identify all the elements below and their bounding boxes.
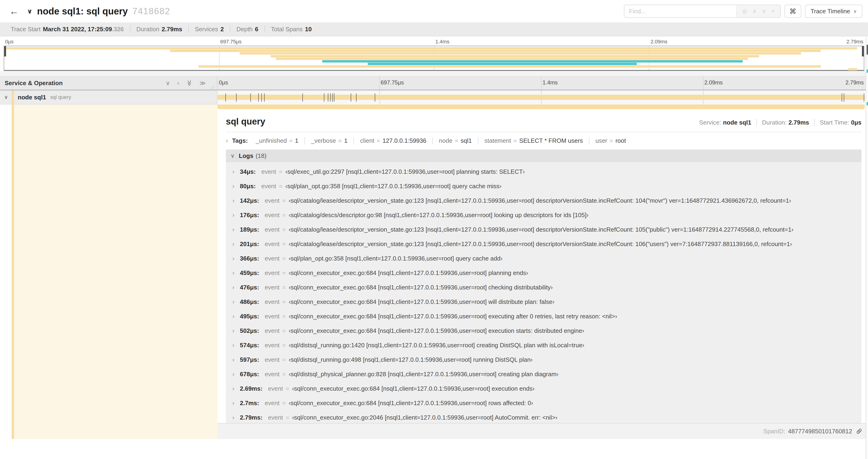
log-field-name: event [261, 168, 276, 175]
collapse-span-icon[interactable]: ∨ [4, 94, 8, 100]
log-entry[interactable]: › 201μs: event = ‹sql/catalog/lease/desc… [232, 237, 862, 251]
equals-sign: = [289, 137, 292, 144]
prev-match-icon[interactable]: ∧ [752, 8, 757, 14]
log-entry[interactable]: › 366μs: event = ‹sql/plan_opt.go:358 [n… [232, 251, 862, 266]
timeline-axis-tick: 0μs [219, 79, 228, 86]
chevron-right-icon: › [232, 414, 240, 421]
trace-view-selector[interactable]: Trace Timeline ∨ [805, 5, 862, 18]
next-match-icon[interactable]: ∨ [762, 8, 766, 14]
log-value: ‹sql/plan_opt.go:358 [nsql1,client=127.0… [289, 255, 502, 262]
log-field-name: event [265, 356, 280, 363]
log-field-name: event [265, 269, 280, 276]
tags-accordion[interactable]: › Tags: _unfinished=1 _verbose=1 client=… [226, 132, 862, 149]
locate-icon[interactable]: ◎ [742, 8, 747, 14]
chevron-down-icon: ∨ [230, 153, 235, 159]
log-timestamp: 597μs: [240, 356, 259, 363]
expand-all-icon[interactable]: ≫ [199, 79, 206, 87]
equals-sign: = [282, 371, 286, 378]
log-field-name: event [265, 399, 280, 407]
log-timestamp: 678μs: [240, 371, 259, 378]
log-marker-tick [842, 93, 842, 102]
log-entry[interactable]: › 2.69ms: event = ‹sql/conn_executor_exe… [232, 381, 862, 396]
chevron-right-icon: › [232, 342, 240, 349]
log-timestamp: 366μs: [240, 255, 259, 262]
collapse-one-icon[interactable]: ∨ [166, 79, 170, 87]
equals-sign: = [286, 414, 289, 421]
logs-section: ∨ Logs (18) › 34μs: event = ‹sql/exec_ut… [226, 150, 862, 423]
chevron-right-icon: › [232, 313, 240, 320]
timeline-axis-tick: 697.75μs [381, 79, 404, 86]
timeline-gridline [379, 76, 380, 90]
chevron-right-icon: › [232, 269, 240, 276]
log-entry[interactable]: › 574μs: event = ‹sql/distsql_running.go… [232, 338, 862, 352]
tag-item[interactable]: _unfinished=1 [250, 137, 305, 144]
tag-item[interactable]: node=sql1 [432, 137, 478, 144]
keyboard-shortcuts-button[interactable]: ⌘ [784, 5, 801, 18]
log-value: ‹sql/distsql_physical_planner.go:828 [ns… [289, 371, 558, 378]
log-entry[interactable]: › 476μs: event = ‹sql/conn_executor_exec… [232, 280, 862, 295]
chevron-right-icon: › [232, 197, 240, 204]
find-input[interactable] [624, 5, 736, 17]
tag-item[interactable]: user=root [589, 137, 632, 144]
tag-item[interactable]: _verbose=1 [305, 137, 354, 144]
log-entry[interactable]: › 176μs: event = ‹sql/catalog/descs/desc… [232, 208, 862, 222]
equals-sign: = [282, 284, 286, 291]
meta-label: Duration: [762, 119, 787, 126]
minimap-range-handle-right[interactable] [862, 46, 864, 57]
scrollbar-thumb[interactable] [867, 45, 868, 55]
log-entry[interactable]: › 502μs: event = ‹sql/conn_executor_exec… [232, 324, 862, 338]
stat-value-suffix: .326 [112, 26, 124, 33]
collapse-all-icon[interactable]: ≫ [186, 80, 193, 86]
tag-item[interactable]: statement=SELECT * FROM users [478, 137, 589, 144]
minimap-span-bar [276, 58, 748, 60]
minimap-range-handle-left[interactable] [4, 46, 6, 57]
log-entry[interactable]: › 80μs: event = ‹sql/plan_opt.go:358 [ns… [232, 179, 862, 193]
log-marker-tick [258, 93, 259, 102]
log-field-name: event [265, 284, 280, 291]
log-entry[interactable]: › 495μs: event = ‹sql/conn_executor_exec… [232, 309, 862, 324]
log-entry[interactable]: › 2.7ms: event = ‹sql/conn_executor_exec… [232, 396, 862, 410]
log-entry[interactable]: › 459μs: event = ‹sql/conn_executor_exec… [232, 266, 862, 280]
log-entry[interactable]: › 597μs: event = ‹sql/distsql_running.go… [232, 352, 862, 367]
log-timestamp: 574μs: [240, 342, 259, 349]
tag-item[interactable]: client=127.0.0.1:59936 [353, 137, 432, 144]
log-entry[interactable]: › 142μs: event = ‹sql/catalog/lease/desc… [232, 193, 862, 208]
vertical-scrollbar[interactable] [866, 37, 868, 459]
log-entry[interactable]: › 486μs: event = ‹sql/conn_executor_exec… [232, 295, 862, 309]
column-resize-handle[interactable]: || [211, 86, 215, 91]
log-value: ‹sql/distsql_running.go:498 [nsql1,clien… [289, 356, 532, 363]
log-entry[interactable]: › 34μs: event = ‹sql/exec_util.go:2297 [… [232, 164, 862, 179]
stat-label: Trace Start [11, 26, 40, 33]
span-service-name: node sql1 [18, 94, 46, 101]
stat-value: 10 [305, 26, 312, 33]
deep-link-icon[interactable] [856, 428, 862, 434]
trace-minimap[interactable] [4, 46, 864, 71]
trace-title: node sql1: sql query [37, 6, 128, 17]
log-timestamp: 142μs: [240, 197, 259, 204]
log-entry[interactable]: › 189μs: event = ‹sql/catalog/lease/desc… [232, 222, 862, 237]
log-value: ‹sql/conn_executor_exec.go:684 [nsql1,cl… [289, 399, 533, 407]
collapse-trace-header-icon[interactable]: ∨ [27, 7, 32, 15]
log-value: ‹sql/conn_executor_exec.go:684 [nsql1,cl… [292, 385, 534, 392]
clear-search-icon[interactable]: × [772, 8, 775, 14]
minimap-span-bar [4, 47, 857, 50]
equals-sign: = [282, 240, 286, 248]
detail-accent-row [0, 104, 868, 109]
log-field-name: event [261, 183, 276, 190]
equals-sign: = [282, 356, 286, 363]
log-entry[interactable]: › 2.79ms: event = ‹sql/conn_executor_exe… [232, 410, 862, 425]
span-name-cell[interactable]: ∨ node sql1 sql query [0, 91, 217, 104]
tag-value: 127.0.0.1:59936 [382, 137, 426, 144]
expand-one-icon[interactable]: › [177, 79, 179, 87]
trace-id: 7418682 [132, 6, 170, 16]
stat-label: Duration [136, 26, 159, 33]
timeline-axis-tick: 2.79ms [845, 79, 864, 86]
back-arrow-icon[interactable]: ← [9, 6, 19, 17]
log-value: ‹sql/exec_util.go:2297 [nsql1,client=127… [285, 168, 525, 175]
log-timestamp: 176μs: [240, 211, 259, 219]
span-duration-bar[interactable] [217, 95, 865, 100]
logs-accordion-header[interactable]: ∨ Logs (18) [226, 150, 862, 162]
chevron-right-icon: › [226, 137, 228, 144]
chevron-right-icon: › [232, 240, 240, 248]
log-entry[interactable]: › 678μs: event = ‹sql/distsql_physical_p… [232, 367, 862, 381]
